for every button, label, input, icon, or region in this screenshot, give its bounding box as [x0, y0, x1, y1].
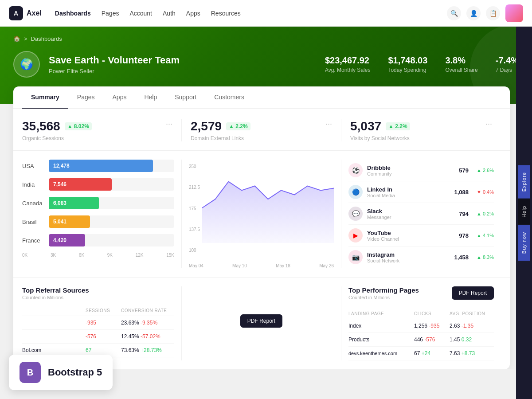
nav-account[interactable]: Account [129, 10, 152, 17]
tab-bar: Summary Pages Apps Help Support Customer… [13, 86, 510, 109]
nav-pages[interactable]: Pages [102, 10, 119, 17]
explore-button[interactable]: Explore [518, 165, 530, 199]
nav-links: Dashboards Pages Account Auth Apps Resou… [55, 10, 447, 17]
bar-country-label: India [22, 181, 44, 188]
metric-links-badge: ▲ 2.2% [226, 122, 250, 130]
referral-subtitle: Counted in Millions [22, 295, 174, 300]
main-card: Summary Pages Apps Help Support Customer… [13, 86, 510, 369]
bar-country-label: Brasil [22, 219, 44, 225]
social-info: YouTube Video Channel [367, 230, 399, 242]
tab-customers[interactable]: Customers [205, 86, 253, 109]
metric-sessions-badge: ▲ 8.02% [65, 122, 92, 130]
buy-now-button[interactable]: Buy now [518, 225, 530, 261]
top-pages-row-3: devs.keenthemes.com 67 +24 7.63 +8.73 [348, 347, 494, 360]
x-axis-labels: May 04May 10May 18May 26 [189, 263, 334, 268]
home-icon[interactable]: 🏠 [13, 35, 20, 42]
tab-apps[interactable]: Apps [104, 86, 136, 109]
social-value: 794 [459, 211, 469, 217]
logo[interactable]: A Axel [9, 6, 42, 20]
hero-stat-1: $1,748.03 Today Spending [388, 55, 427, 73]
stat-overall-share-value: 3.8% [445, 55, 477, 66]
referral-row-1: -935 23.63% -9.35% [22, 316, 174, 330]
nav-resources[interactable]: Resources [211, 10, 241, 17]
bootstrap-badge: B Bootstrap 5 [9, 355, 113, 369]
bar-fill: 12,478 [49, 160, 153, 172]
nav-dashboards[interactable]: Dashboards [55, 10, 91, 17]
social-value: 1,088 [454, 189, 469, 196]
top-pages-pdf-button[interactable]: PDF Report [452, 286, 494, 300]
tab-summary[interactable]: Summary [22, 86, 68, 109]
metric-social-badge: ▲ 2.2% [386, 122, 410, 130]
notifications-button[interactable]: 👤 [466, 6, 481, 20]
search-button[interactable]: 🔍 [447, 6, 461, 20]
stat-monthly-sales-value: $23,467.92 [325, 55, 371, 66]
pdf-report-button[interactable]: PDF Report [240, 314, 282, 328]
stat-monthly-sales-label: Avg. Monthly Sales [325, 67, 371, 73]
metric-social-label: Visits by Social Networks [350, 135, 410, 141]
logo-icon: A [9, 6, 23, 20]
social-icon: ▶ [348, 228, 363, 243]
top-pages-col: Top Performing Pages Counted in Millions… [341, 286, 501, 360]
metric-links-value: 2,579 ▲ 2.2% [191, 119, 250, 133]
metric-social-value: 5,037 ▲ 2.2% [350, 119, 410, 133]
metric-organic-sessions: 35,568 ▲ 8.02% Organic Sessions ··· [22, 119, 182, 141]
social-chart-col: ⚽ Dribbble Community 579 ▲ 2.6% 🔵 Linked… [341, 160, 501, 268]
social-type: Social Media [367, 193, 395, 198]
pdf-report-col: PDF Report [182, 286, 341, 360]
hero-info: Save Earth - Volunteer Team Power Elite … [49, 55, 180, 74]
stat-7days-value: -7.4% [496, 55, 519, 66]
bar-fill: 6,083 [49, 197, 99, 209]
tab-support[interactable]: Support [166, 86, 205, 109]
social-item-linked-in: 🔵 Linked In Social Media 1,088 ▼ 0.4% [348, 181, 494, 203]
line-chart-svg [202, 164, 334, 243]
metric-social-more[interactable]: ··· [485, 119, 492, 129]
bar-country-label: France [22, 237, 44, 244]
social-item-instagram: 📷 Instagram Social Network 1,458 ▲ 8.3% [348, 246, 494, 268]
bar-item-canada: Canada 6,083 [22, 197, 174, 209]
hero-content: 🌍 Save Earth - Volunteer Team Power Elit… [13, 51, 519, 78]
top-pages-row-1: Index 1,256 -935 2.63 -1.35 [348, 319, 494, 333]
metric-social-visits: 5,037 ▲ 2.2% Visits by Social Networks ·… [341, 119, 501, 141]
social-item-youtube: ▶ YouTube Video Channel 978 ▲ 4.1% [348, 225, 494, 246]
social-type: Community [367, 171, 392, 176]
social-info: Linked In Social Media [367, 186, 395, 198]
hero-stat-2: 3.8% Overall Share [445, 55, 477, 73]
bar-chart-col: USA 12,478 India 7,546 Canada 6,083 Bras… [22, 160, 182, 268]
bar-fill: 4,420 [49, 234, 85, 246]
stat-today-spending-value: $1,748.03 [388, 55, 427, 66]
tab-pages[interactable]: Pages [68, 86, 104, 109]
settings-button[interactable]: 📋 [486, 6, 500, 20]
hero-stats: $23,467.92 Avg. Monthly Sales $1,748.03 … [325, 55, 519, 73]
metric-domain-links: 2,579 ▲ 2.2% Domain External Links ··· [182, 119, 341, 141]
referral-col: Top Referral Sources Counted in Millions… [22, 286, 182, 360]
metric-links-more[interactable]: ··· [325, 119, 332, 129]
bar-country-label: USA [22, 163, 44, 169]
nav-auth[interactable]: Auth [163, 10, 176, 17]
bar-track: 7,546 [49, 178, 174, 191]
bar-fill: 7,546 [49, 178, 112, 191]
social-change: ▲ 8.3% [477, 254, 494, 260]
referral-title: Top Referral Sources [22, 286, 174, 294]
bootstrap-icon: B [20, 362, 41, 369]
tab-help[interactable]: Help [135, 86, 166, 109]
metrics-row: 35,568 ▲ 8.02% Organic Sessions ··· 2,57… [13, 109, 510, 151]
bar-item-france: France 4,420 [22, 234, 174, 246]
social-info: Instagram Social Network [367, 251, 399, 263]
social-change: ▲ 2.6% [477, 168, 494, 173]
social-name: Linked In [367, 186, 395, 193]
nav-right: 🔍 👤 📋 [447, 4, 523, 22]
social-type: Video Channel [367, 236, 399, 242]
nav-apps[interactable]: Apps [186, 10, 200, 17]
social-type: Social Network [367, 258, 399, 263]
metric-sessions-label: Organic Sessions [22, 135, 92, 141]
bar-country-label: Canada [22, 200, 44, 207]
bootstrap-label: Bootstrap 5 [48, 367, 102, 369]
user-avatar[interactable] [505, 4, 523, 22]
social-item-dribbble: ⚽ Dribbble Community 579 ▲ 2.6% [348, 160, 494, 181]
metric-sessions-more[interactable]: ··· [166, 119, 172, 129]
breadcrumb-separator: > [24, 35, 27, 42]
help-sidebar-button[interactable]: Help [518, 199, 530, 225]
social-icon: 📷 [348, 250, 363, 264]
bar-item-usa: USA 12,478 [22, 160, 174, 172]
hero-stat-0: $23,467.92 Avg. Monthly Sales [325, 55, 371, 73]
